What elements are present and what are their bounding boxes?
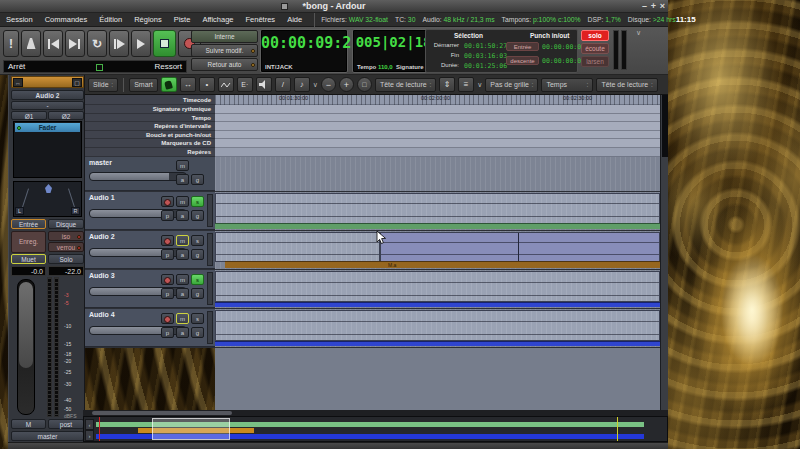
record-arm-button[interactable] [161,235,174,246]
feedback-button[interactable]: larsen [581,56,609,67]
empty-canvas-area[interactable] [215,348,660,410]
track-name[interactable]: Audio 4 [89,311,115,318]
menu-fenetres[interactable]: Fenêtres [240,13,282,27]
playlist-button[interactable]: p [161,210,174,221]
cut-tool-button[interactable]: • [199,77,215,92]
menu-aide[interactable]: Aide [281,13,308,27]
zoom-in-button[interactable]: + [339,77,354,92]
playlist-button[interactable]: p [161,327,174,338]
snap-focus-combo[interactable]: Tête de lecture∶ [596,78,657,92]
track-resize-handle[interactable] [207,233,213,266]
expand-tracks-button[interactable]: ⇕ [439,77,455,92]
mute-button[interactable]: m [176,196,189,207]
cd-marker-ruler[interactable] [215,139,660,148]
vertical-scrollbar[interactable] [660,95,668,410]
strip-input-button[interactable]: - [11,101,84,110]
menu-commandes[interactable]: Commandes [39,13,94,27]
chevron-down-icon[interactable]: ∨ [636,29,641,37]
pan-handle[interactable] [45,184,52,193]
ruler-label-timecode[interactable]: Timecode [85,95,215,105]
solo-button[interactable]: s [191,235,204,246]
range-tool-button[interactable]: ↔ [180,77,196,92]
window-titlebar[interactable]: *bong - Ardour – + × [0,0,668,13]
group-button[interactable]: g [191,210,204,221]
metronome-button[interactable] [21,30,41,57]
strip-name-button[interactable]: Audio 2 [11,90,84,100]
punch-button[interactable]: ! [3,30,19,57]
auto-return-button[interactable]: Retour auto [191,58,258,71]
smart-mode-button[interactable]: Smart [129,78,158,92]
sync-source-button[interactable]: Interne [191,30,258,43]
menu-edition[interactable]: Édition [93,13,128,27]
lane-master[interactable] [215,157,660,191]
range-marker-ruler[interactable] [215,122,660,131]
playlist-button[interactable]: p [161,249,174,260]
group-button[interactable]: g [191,288,204,299]
lane-audio3[interactable] [215,270,660,308]
loop-punch-ruler[interactable] [215,131,660,140]
punch-out-button[interactable]: descente [506,56,539,65]
peak-display[interactable]: -22.0 [48,266,84,276]
maximize-icon[interactable]: + [649,0,658,13]
track-header-master[interactable]: master m a g [85,157,215,191]
selection-end-value[interactable]: 00:03:16:03 [464,52,507,60]
go-start-button[interactable] [43,30,63,57]
summary-scroll-left-button[interactable]: ‹ [85,419,94,430]
solo-button[interactable]: s [191,274,204,285]
narrow-strip-icon[interactable]: ↔ [13,78,23,87]
lane-audio1[interactable] [215,192,660,230]
region-name-bar[interactable] [215,341,660,346]
punch-in-button[interactable]: Entrée [506,42,539,51]
selection-start-value[interactable]: 00:01:50:27 [464,42,507,50]
play-range-button[interactable] [109,30,129,57]
lane-audio4[interactable] [215,309,660,347]
zoom-focus-combo[interactable]: Tête de lecture∶ [375,78,436,92]
ruler-label-markers[interactable]: Repères [85,148,215,157]
solo-button[interactable]: Solo [48,254,84,264]
gain-fader[interactable] [17,279,35,415]
automation-button[interactable]: a [176,249,189,260]
zoom-out-button[interactable]: − [321,77,336,92]
zoom-fit-button[interactable]: □ [357,77,372,92]
group-button[interactable]: g [191,327,204,338]
track-resize-handle[interactable] [207,311,213,344]
track-name[interactable]: Audio 1 [89,194,115,201]
ruler-label-range-markers[interactable]: Repères d'intervalle [85,122,215,131]
audio-region[interactable] [215,271,660,302]
audio-region[interactable] [215,232,380,262]
track-header-audio4[interactable]: Audio 4 m s p a g [85,309,215,347]
audio-region[interactable] [215,310,660,341]
automation-button[interactable]: a [176,210,189,221]
stretch-tool-button[interactable]: / [275,77,291,92]
timecode-ruler[interactable]: 00:01:30:00 00:02:00:00 00:02:30:00 [215,95,660,105]
menu-regions[interactable]: Régions [128,13,168,27]
ruler-label-tempo[interactable]: Tempo [85,114,215,123]
track-header-audio3[interactable]: Audio 3 m s p a g [85,270,215,308]
playlist-button[interactable]: p [161,288,174,299]
solo-lock-button[interactable]: verrou [48,242,84,252]
ruler-label-cd-markers[interactable]: Marqueurs de CD [85,139,215,148]
menu-affichage[interactable]: Affichage [196,13,239,27]
automation-button[interactable]: a [176,288,189,299]
output-button[interactable]: master [11,431,84,441]
primary-clock[interactable]: 00:00:09:23 INT/JACK [260,29,348,73]
mute-button[interactable]: Muet [11,254,46,264]
session-summary[interactable]: ‹ › [83,416,668,442]
tempo-ruler[interactable] [215,114,660,123]
record-enable-button[interactable]: Enreg. [11,231,46,253]
audition-button[interactable]: écoute [581,43,609,54]
processor-box[interactable]: Fader [13,121,82,178]
mute-button[interactable]: m [176,235,189,246]
follow-edits-button[interactable]: Suivre modif. [191,44,258,57]
vertical-scrollbar-thumb[interactable] [662,95,668,157]
mute-button[interactable]: m [176,313,189,324]
track-header-audio1[interactable]: Audio 1 m s p a g [85,192,215,230]
gain-fader-handle[interactable] [19,282,33,368]
solo-button[interactable]: s [191,196,204,207]
track-resize-handle[interactable] [207,272,213,305]
grid-type-combo[interactable]: Temps∶ [541,78,593,92]
punch-in-time[interactable]: 00:00:00:00 [542,43,585,51]
grab-tool-button[interactable] [161,77,177,92]
processor-active-led[interactable] [17,126,21,130]
region-name-bar[interactable] [215,302,660,307]
